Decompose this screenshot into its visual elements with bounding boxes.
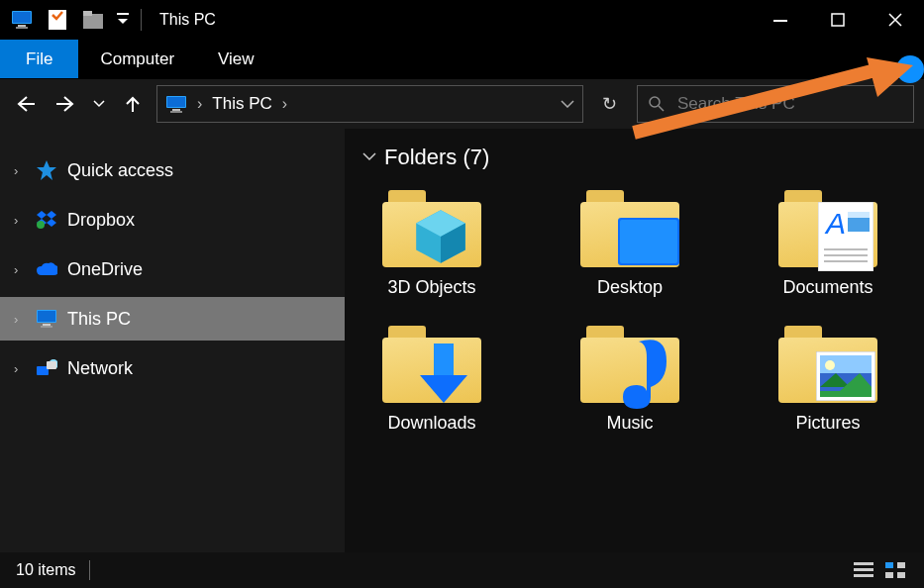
search-box[interactable] — [637, 85, 914, 123]
back-button[interactable] — [10, 88, 42, 120]
window-controls — [752, 0, 924, 40]
up-button[interactable] — [117, 88, 149, 120]
svg-rect-19 — [43, 324, 51, 326]
svg-rect-44 — [897, 572, 905, 578]
details-view-button[interactable] — [851, 559, 876, 581]
large-icons-view-button[interactable] — [882, 559, 908, 581]
section-title: Folders (7) — [384, 145, 489, 170]
folder-icon — [382, 324, 481, 403]
svg-rect-12 — [172, 109, 180, 111]
folder-documents[interactable]: A Documents — [759, 188, 897, 298]
folder-grid: 3D Objects Desktop A Docume — [362, 188, 906, 434]
qat-dropdown-icon[interactable] — [117, 13, 129, 27]
pc-icon — [165, 95, 187, 113]
chevron-right-icon: › — [197, 95, 202, 113]
properties-icon[interactable] — [46, 9, 69, 31]
pc-icon — [10, 9, 34, 31]
address-text: This PC — [212, 94, 271, 114]
close-button[interactable] — [867, 0, 924, 40]
sidebar-item-dropbox[interactable]: › Dropbox — [0, 198, 345, 242]
star-icon — [36, 159, 57, 181]
pc-icon — [36, 308, 57, 330]
file-tab[interactable]: File — [0, 40, 78, 78]
new-folder-icon[interactable] — [81, 9, 105, 31]
chevron-right-icon[interactable]: › — [14, 361, 26, 376]
svg-rect-4 — [49, 10, 66, 30]
chevron-right-icon[interactable]: › — [14, 213, 26, 228]
cloud-icon — [36, 258, 57, 280]
chevron-right-icon[interactable]: › — [14, 163, 26, 178]
svg-rect-18 — [38, 311, 55, 322]
svg-rect-6 — [83, 11, 92, 16]
folder-icon: A — [778, 188, 877, 267]
svg-rect-40 — [854, 574, 873, 577]
maximize-button[interactable] — [809, 0, 867, 40]
svg-rect-3 — [16, 27, 28, 29]
svg-rect-42 — [897, 562, 905, 568]
folder-desktop[interactable]: Desktop — [561, 188, 699, 298]
folder-downloads[interactable]: Downloads — [362, 324, 501, 434]
svg-rect-33 — [434, 343, 454, 377]
network-icon — [36, 357, 57, 379]
folder-icon — [778, 324, 877, 403]
sidebar-item-onedrive[interactable]: › OneDrive — [0, 247, 345, 291]
search-input[interactable] — [675, 93, 903, 115]
sidebar-item-label: This PC — [67, 309, 131, 330]
file-tab-label: File — [26, 49, 52, 69]
tab-label: View — [218, 49, 255, 69]
sidebar-item-quick-access[interactable]: › Quick access — [0, 148, 345, 192]
svg-rect-2 — [18, 25, 26, 27]
chevron-right-icon[interactable]: › — [282, 95, 287, 113]
address-bar[interactable]: › This PC › — [156, 85, 583, 123]
address-dropdown-icon[interactable] — [561, 100, 574, 108]
section-header[interactable]: Folders (7) — [362, 145, 906, 170]
svg-rect-1 — [13, 12, 31, 23]
tab-view[interactable]: View — [196, 40, 276, 78]
folder-label: Downloads — [387, 413, 475, 434]
svg-rect-25 — [620, 220, 677, 263]
status-bar: 10 items — [0, 552, 924, 588]
svg-point-16 — [37, 221, 45, 229]
navigation-pane: › Quick access › Dropbox › OneDrive › Th… — [0, 129, 345, 552]
folder-3d-objects[interactable]: 3D Objects — [362, 188, 501, 298]
forward-button[interactable] — [50, 88, 81, 120]
body: › Quick access › Dropbox › OneDrive › Th… — [0, 129, 924, 552]
history-dropdown[interactable] — [89, 88, 109, 120]
content-pane: Folders (7) 3D Objects — [345, 129, 924, 552]
svg-rect-41 — [885, 562, 893, 568]
folder-pictures[interactable]: Pictures — [759, 324, 897, 434]
quick-access-toolbar — [0, 9, 152, 31]
svg-rect-7 — [117, 13, 129, 15]
navigation-bar: › This PC › ↻ — [0, 79, 924, 129]
chevron-right-icon[interactable]: › — [14, 312, 26, 327]
svg-rect-32 — [848, 212, 870, 218]
svg-rect-38 — [854, 562, 873, 565]
search-icon — [648, 95, 666, 113]
folder-icon — [580, 324, 679, 403]
svg-rect-43 — [885, 572, 893, 578]
ribbon-tabs: File Computer View — [0, 40, 924, 79]
item-count: 10 items — [16, 561, 75, 579]
folder-icon — [382, 188, 481, 267]
chevron-right-icon[interactable]: › — [14, 262, 26, 277]
chevron-down-icon — [362, 152, 376, 162]
tab-computer[interactable]: Computer — [78, 40, 196, 78]
svg-rect-31 — [848, 216, 870, 232]
svg-text:A: A — [824, 207, 846, 240]
sidebar-item-network[interactable]: › Network — [0, 346, 345, 390]
separator — [89, 560, 90, 580]
folder-music[interactable]: Music — [561, 324, 699, 434]
minimize-button[interactable] — [752, 0, 809, 40]
svg-line-15 — [659, 106, 664, 111]
svg-rect-39 — [854, 568, 873, 571]
sidebar-item-label: Dropbox — [67, 210, 135, 231]
help-icon[interactable] — [896, 55, 924, 83]
svg-rect-20 — [41, 326, 52, 328]
sidebar-item-this-pc[interactable]: › This PC — [0, 297, 345, 341]
window-title: This PC — [159, 11, 216, 29]
refresh-button[interactable]: ↻ — [591, 85, 629, 123]
sidebar-item-label: OneDrive — [67, 259, 143, 280]
separator — [141, 9, 142, 31]
svg-point-14 — [650, 97, 660, 107]
tab-label: Computer — [100, 49, 174, 69]
